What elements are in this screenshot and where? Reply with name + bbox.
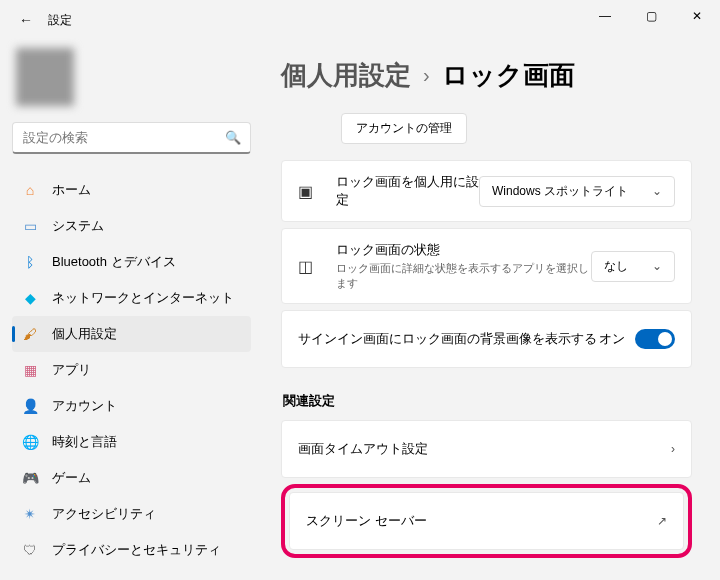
home-icon: ⌂	[22, 182, 38, 198]
shield-icon: 🛡	[22, 542, 38, 558]
search-icon: 🔍	[225, 130, 241, 145]
row-title: サインイン画面にロック画面の背景画像を表示する	[298, 330, 599, 348]
nav-gaming[interactable]: 🎮ゲーム	[12, 460, 251, 496]
system-icon: ▭	[22, 218, 38, 234]
nav-network[interactable]: ◆ネットワークとインターネット	[12, 280, 251, 316]
breadcrumb: 個人用設定 › ロック画面	[281, 40, 692, 113]
accessibility-icon: ✴	[22, 506, 38, 522]
signin-bg-toggle[interactable]	[635, 329, 675, 349]
nav-home[interactable]: ⌂ホーム	[12, 172, 251, 208]
status-select[interactable]: なし ⌄	[591, 251, 675, 282]
account-manage-button[interactable]: アカウントの管理	[341, 113, 467, 144]
nav-label: アプリ	[52, 361, 91, 379]
row-title: 画面タイムアウト設定	[298, 440, 671, 458]
row-title: ロック画面を個人用に設定	[336, 173, 479, 209]
back-button[interactable]: ←	[12, 6, 40, 34]
chevron-down-icon: ⌄	[652, 184, 662, 198]
close-button[interactable]: ✕	[674, 0, 720, 32]
breadcrumb-parent[interactable]: 個人用設定	[281, 58, 411, 93]
nav-language[interactable]: 🌐時刻と言語	[12, 424, 251, 460]
nav-personalize[interactable]: 🖌個人用設定	[12, 316, 251, 352]
toggle-state: オン	[599, 330, 625, 348]
avatar	[16, 48, 74, 106]
user-block[interactable]	[12, 40, 251, 122]
select-value: Windows スポットライト	[492, 183, 628, 200]
user-name	[86, 60, 152, 79]
nav-apps[interactable]: ▦アプリ	[12, 352, 251, 388]
picture-icon: ▣	[298, 182, 320, 201]
person-icon: 👤	[22, 398, 38, 414]
row-subtitle: ロック画面に詳細な状態を表示するアプリを選択します	[336, 261, 591, 291]
nav-bluetooth[interactable]: ᛒBluetooth とデバイス	[12, 244, 251, 280]
nav-label: 個人用設定	[52, 325, 117, 343]
related-section-label: 関連設定	[283, 392, 692, 410]
gamepad-icon: 🎮	[22, 470, 38, 486]
main-content: 個人用設定 › ロック画面 アカウントの管理 ▣ ロック画面を個人用に設定 Wi…	[263, 40, 720, 580]
row-title: スクリーン セーバー	[306, 512, 657, 530]
nav-privacy[interactable]: 🛡プライバシーとセキュリティ	[12, 532, 251, 568]
signin-bg-row: サインイン画面にロック画面の背景画像を表示する オン	[281, 310, 692, 368]
titlebar: ← 設定 ― ▢ ✕	[0, 0, 720, 40]
nav-label: ホーム	[52, 181, 91, 199]
nav-label: ネットワークとインターネット	[52, 289, 234, 307]
nav-label: ゲーム	[52, 469, 91, 487]
lock-status-row[interactable]: ◫ ロック画面の状態 ロック画面に詳細な状態を表示するアプリを選択します なし …	[281, 228, 692, 304]
maximize-button[interactable]: ▢	[628, 0, 674, 32]
personalize-select[interactable]: Windows スポットライト ⌄	[479, 176, 675, 207]
nav-label: Bluetooth とデバイス	[52, 253, 176, 271]
row-title: ロック画面の状態	[336, 241, 591, 259]
breadcrumb-current: ロック画面	[442, 58, 575, 93]
screensaver-highlight: スクリーン セーバー ↗	[281, 484, 692, 558]
nav-label: 時刻と言語	[52, 433, 117, 451]
window-title: 設定	[48, 12, 72, 29]
external-link-icon: ↗	[657, 514, 667, 528]
nav-label: プライバシーとセキュリティ	[52, 541, 221, 559]
screensaver-row[interactable]: スクリーン セーバー ↗	[289, 492, 684, 550]
status-icon: ◫	[298, 257, 320, 276]
nav-update[interactable]: ↻Windows Update	[12, 568, 251, 580]
chevron-right-icon: ›	[671, 442, 675, 456]
chevron-right-icon: ›	[423, 64, 430, 87]
nav-label: システム	[52, 217, 104, 235]
nav-label: アクセシビリティ	[52, 505, 156, 523]
chevron-down-icon: ⌄	[652, 259, 662, 273]
nav-accessibility[interactable]: ✴アクセシビリティ	[12, 496, 251, 532]
globe-icon: 🌐	[22, 434, 38, 450]
search-input[interactable]	[12, 122, 251, 154]
nav-accounts[interactable]: 👤アカウント	[12, 388, 251, 424]
nav-system[interactable]: ▭システム	[12, 208, 251, 244]
timeout-row[interactable]: 画面タイムアウト設定 ›	[281, 420, 692, 478]
nav-list: ⌂ホーム ▭システム ᛒBluetooth とデバイス ◆ネットワークとインター…	[12, 172, 251, 580]
search-box: 🔍	[12, 122, 251, 154]
minimize-button[interactable]: ―	[582, 0, 628, 32]
select-value: なし	[604, 258, 628, 275]
apps-icon: ▦	[22, 362, 38, 378]
user-email	[86, 79, 152, 94]
brush-icon: 🖌	[22, 326, 38, 342]
wifi-icon: ◆	[22, 290, 38, 306]
nav-label: アカウント	[52, 397, 117, 415]
personalize-lock-row[interactable]: ▣ ロック画面を個人用に設定 Windows スポットライト ⌄	[281, 160, 692, 222]
sidebar: 🔍 ⌂ホーム ▭システム ᛒBluetooth とデバイス ◆ネットワークとイン…	[0, 40, 263, 580]
bluetooth-icon: ᛒ	[22, 254, 38, 270]
help-links: ❓ ヘルプを表示 📣 フィードバックの送信	[281, 564, 692, 580]
